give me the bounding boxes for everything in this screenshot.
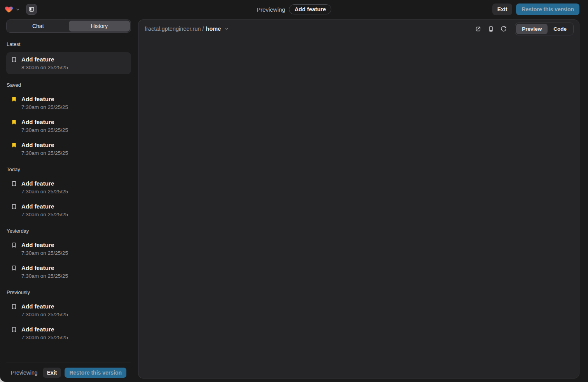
history-item-title: Add feature bbox=[21, 142, 54, 148]
history-item-timestamp: 7:30am on 25/25/25 bbox=[21, 150, 126, 156]
bookmark-outline-icon bbox=[11, 303, 17, 310]
bookmark-outline-icon bbox=[11, 203, 17, 210]
toggle-sidebar-button[interactable] bbox=[26, 4, 37, 15]
history-item-row: Add feature bbox=[11, 303, 126, 310]
preview-url-page: home bbox=[206, 26, 221, 32]
history-item-timestamp: 7:30am on 25/25/25 bbox=[21, 127, 126, 133]
footer-exit-button[interactable]: Exit bbox=[43, 368, 61, 378]
history-item-row: Add feature bbox=[11, 142, 126, 148]
top-bar: Previewing Add feature Exit Restore this… bbox=[0, 0, 588, 19]
history-item-timestamp: 7:30am on 25/25/25 bbox=[21, 335, 126, 340]
toggle-code[interactable]: Code bbox=[548, 24, 572, 34]
bookmark-filled-icon bbox=[11, 142, 17, 148]
topbar-left-group bbox=[5, 4, 37, 15]
history-item-title: Add feature bbox=[21, 119, 54, 125]
tab-chat[interactable]: Chat bbox=[7, 21, 69, 32]
exit-button[interactable]: Exit bbox=[492, 4, 513, 15]
history-item-title: Add feature bbox=[21, 326, 54, 333]
history-item-row: Add feature bbox=[11, 119, 126, 125]
preview-url-prefix: fractal.gptengineer.run / bbox=[145, 26, 204, 32]
history-item-row: Add feature bbox=[11, 56, 126, 63]
history-item-title: Add feature bbox=[21, 303, 54, 310]
refresh-icon bbox=[500, 26, 507, 32]
previewing-status: Previewing Add feature bbox=[257, 0, 331, 19]
history-item-row: Add feature bbox=[11, 96, 126, 102]
topbar-actions: Exit Restore this version bbox=[492, 4, 579, 15]
history-item[interactable]: Add feature7:30am on 25/25/25 bbox=[6, 323, 131, 343]
section-label-saved: Saved bbox=[7, 82, 131, 88]
history-item-row: Add feature bbox=[11, 242, 126, 248]
mobile-preview-button[interactable] bbox=[486, 24, 495, 33]
history-item-timestamp: 7:30am on 25/25/25 bbox=[21, 312, 126, 317]
footer-actions: Exit Restore this version bbox=[43, 368, 126, 378]
preview-viewport[interactable] bbox=[139, 38, 579, 378]
open-in-new-tab-button[interactable] bbox=[473, 24, 483, 33]
preview-panel: fractal.gptengineer.run / home bbox=[138, 19, 579, 378]
preview-code-toggle: Preview Code bbox=[515, 23, 574, 35]
history-item-timestamp: 7:30am on 25/25/25 bbox=[21, 273, 126, 279]
history-item[interactable]: Add feature7:30am on 25/25/25 bbox=[6, 177, 131, 197]
preview-url-dropdown[interactable]: fractal.gptengineer.run / home bbox=[145, 26, 229, 32]
tab-history[interactable]: History bbox=[69, 21, 130, 32]
history-item-title: Add feature bbox=[21, 242, 54, 248]
sidebar: Chat History LatestAdd feature8:30am on … bbox=[6, 19, 131, 382]
history-item-title: Add feature bbox=[21, 56, 54, 63]
bookmark-outline-icon bbox=[11, 326, 17, 333]
sidebar-footer: Previewing Exit Restore this version bbox=[6, 363, 131, 382]
history-item[interactable]: Add feature7:30am on 25/25/25 bbox=[6, 239, 131, 259]
history-list: LatestAdd feature8:30am on 25/25/25Saved… bbox=[6, 33, 131, 363]
footer-restore-version-button[interactable]: Restore this version bbox=[65, 368, 126, 378]
history-item-row: Add feature bbox=[11, 326, 126, 333]
bookmark-outline-icon bbox=[11, 242, 17, 248]
section-label-latest: Latest bbox=[7, 41, 131, 47]
preview-header: fractal.gptengineer.run / home bbox=[138, 20, 579, 38]
preview-header-actions: Preview Code bbox=[473, 23, 574, 35]
bookmark-outline-icon bbox=[11, 180, 17, 187]
history-item-timestamp: 7:30am on 25/25/25 bbox=[21, 104, 126, 110]
external-link-icon bbox=[475, 26, 481, 32]
history-item-row: Add feature bbox=[11, 180, 126, 187]
bookmark-filled-icon bbox=[11, 96, 17, 102]
restore-version-button[interactable]: Restore this version bbox=[516, 4, 579, 15]
bookmark-outline-icon bbox=[11, 265, 17, 271]
history-item[interactable]: Add feature7:30am on 25/25/25 bbox=[6, 300, 131, 320]
panel-left-icon bbox=[28, 6, 35, 12]
history-item-row: Add feature bbox=[11, 265, 126, 271]
history-item[interactable]: Add feature8:30am on 25/25/25 bbox=[6, 52, 131, 74]
history-item[interactable]: Add feature7:30am on 25/25/25 bbox=[6, 262, 131, 282]
history-item-timestamp: 7:30am on 25/25/25 bbox=[21, 250, 126, 256]
version-badge[interactable]: Add feature bbox=[289, 4, 331, 14]
previewing-label: Previewing bbox=[257, 6, 285, 13]
history-item-timestamp: 7:30am on 25/25/25 bbox=[21, 189, 126, 195]
refresh-preview-button[interactable] bbox=[499, 24, 508, 33]
chevron-down-icon[interactable] bbox=[16, 7, 20, 12]
history-item-row: Add feature bbox=[11, 203, 126, 210]
history-item-title: Add feature bbox=[21, 96, 54, 102]
footer-previewing-label: Previewing bbox=[11, 370, 37, 376]
history-item[interactable]: Add feature7:30am on 25/25/25 bbox=[6, 116, 131, 136]
history-item-title: Add feature bbox=[21, 203, 54, 210]
history-item[interactable]: Add feature7:30am on 25/25/25 bbox=[6, 93, 131, 113]
section-label-today: Today bbox=[7, 166, 131, 172]
bookmark-outline-icon bbox=[11, 56, 17, 63]
mobile-device-icon bbox=[488, 26, 494, 32]
section-label-previously: Previously bbox=[7, 289, 131, 295]
history-item-title: Add feature bbox=[21, 265, 54, 271]
history-item-timestamp: 8:30am on 25/25/25 bbox=[21, 65, 126, 70]
history-item[interactable]: Add feature7:30am on 25/25/25 bbox=[6, 200, 131, 220]
section-label-yesterday: Yesterday bbox=[7, 228, 131, 234]
toggle-preview[interactable]: Preview bbox=[516, 24, 548, 34]
chevron-down-icon bbox=[224, 26, 229, 31]
sidebar-tabs: Chat History bbox=[6, 19, 131, 33]
history-item-title: Add feature bbox=[21, 180, 54, 187]
history-item-timestamp: 7:30am on 25/25/25 bbox=[21, 212, 126, 217]
history-item[interactable]: Add feature7:30am on 25/25/25 bbox=[6, 139, 131, 159]
lovable-heart-logo[interactable] bbox=[5, 5, 13, 14]
bookmark-filled-icon bbox=[11, 119, 17, 125]
